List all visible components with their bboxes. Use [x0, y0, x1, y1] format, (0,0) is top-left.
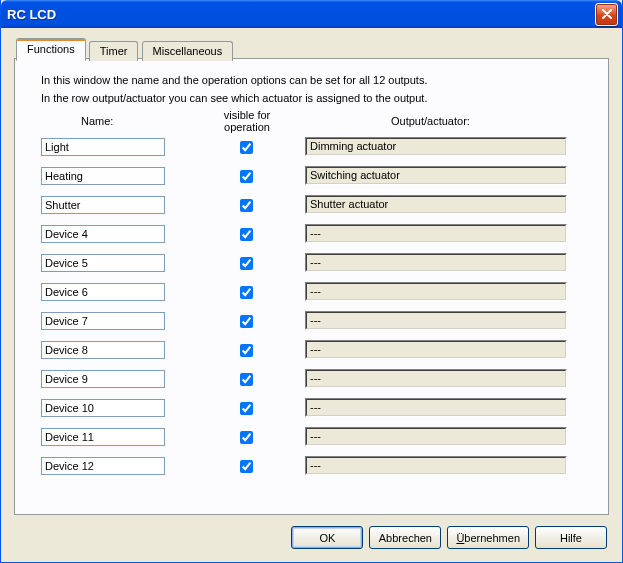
tab-control: Functions Timer Miscellaneous In this wi… [14, 38, 609, 515]
output-actuator-field: Switching actuator [305, 166, 567, 185]
name-input[interactable] [41, 283, 165, 301]
output-actuator-field: --- [305, 311, 567, 330]
close-icon [602, 9, 612, 19]
output-actuator-field: --- [305, 398, 567, 417]
output-row: --- [41, 425, 582, 454]
button-bar: OK Abbrechen Übernehmen Hilfe [291, 526, 607, 549]
output-row: --- [41, 280, 582, 309]
tab-timer[interactable]: Timer [89, 41, 139, 61]
column-headers: Name: visible for operation Output/actua… [41, 109, 582, 135]
output-row: --- [41, 251, 582, 280]
tab-miscellaneous[interactable]: Miscellaneous [142, 41, 234, 61]
output-row: --- [41, 367, 582, 396]
tab-strip: Functions Timer Miscellaneous [14, 38, 609, 59]
header-visible: visible for operation [217, 109, 277, 133]
intro-text-1: In this window the name and the operatio… [41, 73, 582, 87]
output-actuator-field: --- [305, 369, 567, 388]
name-input[interactable] [41, 341, 165, 359]
output-actuator-field: --- [305, 224, 567, 243]
name-input[interactable] [41, 370, 165, 388]
output-actuator-field: --- [305, 282, 567, 301]
visible-checkbox[interactable] [240, 141, 253, 154]
window-title: RC LCD [7, 7, 595, 22]
tab-panel-functions: In this window the name and the operatio… [14, 58, 609, 515]
name-input[interactable] [41, 399, 165, 417]
name-input[interactable] [41, 196, 165, 214]
output-row: --- [41, 338, 582, 367]
help-button[interactable]: Hilfe [535, 526, 607, 549]
name-input[interactable] [41, 225, 165, 243]
cancel-button[interactable]: Abbrechen [369, 526, 441, 549]
visible-checkbox[interactable] [240, 344, 253, 357]
output-row: --- [41, 222, 582, 251]
visible-checkbox[interactable] [240, 402, 253, 415]
apply-button[interactable]: Übernehmen [447, 526, 529, 549]
tab-functions[interactable]: Functions [16, 38, 86, 61]
visible-checkbox[interactable] [240, 460, 253, 473]
close-button[interactable] [595, 3, 618, 26]
visible-checkbox[interactable] [240, 199, 253, 212]
titlebar: RC LCD [1, 0, 622, 28]
dialog-window: RC LCD Functions Timer Miscellaneous In … [0, 0, 623, 563]
output-actuator-field: --- [305, 427, 567, 446]
visible-checkbox[interactable] [240, 228, 253, 241]
visible-checkbox[interactable] [240, 257, 253, 270]
output-actuator-field: Shutter actuator [305, 195, 567, 214]
output-row: --- [41, 309, 582, 338]
intro-text-2: In the row output/actuator you can see w… [41, 91, 582, 105]
output-row: Switching actuator [41, 164, 582, 193]
output-actuator-field: --- [305, 253, 567, 272]
output-actuator-field: --- [305, 340, 567, 359]
name-input[interactable] [41, 167, 165, 185]
header-name: Name: [81, 115, 113, 127]
name-input[interactable] [41, 312, 165, 330]
output-actuator-field: --- [305, 456, 567, 475]
visible-checkbox[interactable] [240, 170, 253, 183]
visible-checkbox[interactable] [240, 315, 253, 328]
output-row: Dimming actuator [41, 135, 582, 164]
rows-container: Dimming actuatorSwitching actuatorShutte… [41, 135, 582, 483]
visible-checkbox[interactable] [240, 373, 253, 386]
name-input[interactable] [41, 457, 165, 475]
name-input[interactable] [41, 138, 165, 156]
visible-checkbox[interactable] [240, 286, 253, 299]
output-row: Shutter actuator [41, 193, 582, 222]
visible-checkbox[interactable] [240, 431, 253, 444]
output-row: --- [41, 454, 582, 483]
client-area: Functions Timer Miscellaneous In this wi… [4, 30, 619, 559]
output-actuator-field: Dimming actuator [305, 137, 567, 156]
name-input[interactable] [41, 428, 165, 446]
header-output: Output/actuator: [391, 115, 470, 127]
ok-button[interactable]: OK [291, 526, 363, 549]
name-input[interactable] [41, 254, 165, 272]
output-row: --- [41, 396, 582, 425]
